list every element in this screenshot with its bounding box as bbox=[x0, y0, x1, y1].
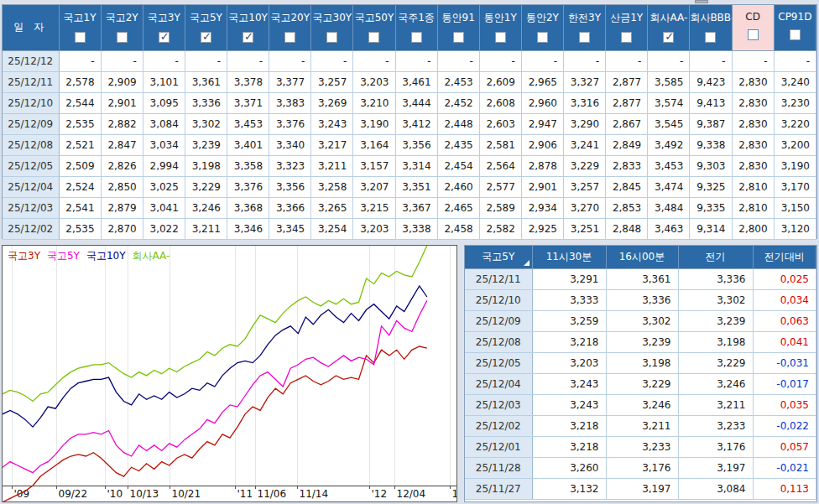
rate-cell: 2,524 bbox=[59, 176, 101, 197]
date-cell: 25/12/11 bbox=[3, 71, 59, 92]
rate-cell: 3,376 bbox=[227, 176, 269, 197]
series-checkbox-CD[interactable] bbox=[748, 29, 759, 40]
series-checkbox-회사BBB-[interactable] bbox=[705, 32, 716, 43]
series-checkbox-통안1Y[interactable] bbox=[495, 32, 506, 43]
quote-change-cell: -0,017 bbox=[753, 373, 816, 394]
rate-cell: 2,909 bbox=[101, 71, 143, 92]
quote-table-header-row: 국고5Y11시30분16시00분전기전기대비 bbox=[465, 246, 816, 268]
series-checkbox-회사AA-[interactable] bbox=[663, 32, 674, 43]
rate-cell: 2,847 bbox=[101, 134, 143, 155]
column-label: 국주1종 bbox=[398, 12, 435, 23]
rate-cell: 3,401 bbox=[227, 134, 269, 155]
rate-cell: 2,800 bbox=[732, 218, 774, 239]
quote-date-cell: 25/12/04 bbox=[465, 373, 532, 394]
rate-table-header-row: 일 자국고1Y국고2Y국고3Y국고5Y국고10Y국고20Y국고30Y국고50Y국… bbox=[3, 5, 816, 50]
rate-cell: 3,217 bbox=[311, 134, 353, 155]
quote-1600-cell: 3,197 bbox=[606, 478, 678, 499]
rate-cell: 2,581 bbox=[479, 134, 521, 155]
rate-cell: 2,830 bbox=[732, 155, 774, 176]
line-series-회사AA- bbox=[3, 246, 427, 402]
quote-1600-cell: 3,246 bbox=[606, 394, 678, 415]
rate-cell: 3,484 bbox=[648, 197, 690, 218]
rate-cell: 3,356 bbox=[269, 176, 311, 197]
rate-cell: 3,257 bbox=[564, 176, 606, 197]
column-header-통안91: 통안91 bbox=[437, 5, 479, 50]
column-header-통안2Y: 통안2Y bbox=[521, 5, 563, 50]
quote-row-25/11/28: 25/11/283,2603,1763,197-0,021 bbox=[465, 457, 816, 478]
rate-cell: 3,203 bbox=[353, 71, 395, 92]
quote-row-25/12/02: 25/12/023,2183,2113,233-0,022 bbox=[465, 415, 816, 436]
column-label: 국고5Y bbox=[190, 12, 222, 23]
line-series-국고10Y bbox=[3, 286, 427, 427]
quote-series-selector[interactable]: 국고5Y bbox=[465, 246, 532, 268]
rate-cell: - bbox=[227, 50, 269, 71]
x-tick-label: '12 bbox=[372, 488, 388, 500]
rate-row-25/12/08: 25/12/082,5212,8473,0343,2393,4013,3403,… bbox=[3, 134, 816, 155]
rate-cell: 3,290 bbox=[564, 113, 606, 134]
rate-cell: 2,849 bbox=[606, 134, 648, 155]
rate-cell: - bbox=[774, 50, 816, 71]
column-header-한전3Y: 한전3Y bbox=[564, 5, 606, 50]
quote-prev-cell: 3,246 bbox=[678, 373, 753, 394]
rate-cell: 9,314 bbox=[690, 218, 732, 239]
series-checkbox-국고1Y[interactable] bbox=[75, 32, 86, 43]
rate-cell: 2,541 bbox=[59, 197, 101, 218]
series-checkbox-국고20Y[interactable] bbox=[284, 32, 295, 43]
rate-cell: 3,120 bbox=[774, 218, 816, 239]
rate-cell: 2,965 bbox=[521, 71, 563, 92]
quote-prev-cell: 3,229 bbox=[678, 352, 753, 373]
rate-cell: 3,200 bbox=[774, 134, 816, 155]
column-label: CP91D bbox=[778, 11, 811, 23]
series-checkbox-국고30Y[interactable] bbox=[326, 32, 337, 43]
quote-prev-cell: 3,233 bbox=[678, 415, 753, 436]
splitter-grip[interactable] bbox=[695, 0, 708, 3]
rate-cell: 3,323 bbox=[269, 155, 311, 176]
quote-header-label: 16시00분 bbox=[619, 251, 665, 262]
rate-cell: 3,198 bbox=[185, 155, 227, 176]
column-header-국고50Y: 국고50Y bbox=[353, 5, 395, 50]
rate-cell: 2,810 bbox=[732, 176, 774, 197]
column-header-국주1종: 국주1종 bbox=[395, 5, 437, 50]
rate-cell: 2,879 bbox=[101, 197, 143, 218]
rate-cell: - bbox=[479, 50, 521, 71]
column-label: 한전3Y bbox=[568, 12, 601, 23]
legend-item-국고3Y: 국고3Y bbox=[8, 250, 40, 262]
rate-cell: 3,412 bbox=[395, 113, 437, 134]
rate-cell: 3,243 bbox=[311, 113, 353, 134]
quote-prev-cell: 3,198 bbox=[678, 331, 753, 352]
x-tick-label: 10/13 bbox=[130, 488, 159, 500]
series-checkbox-국고10Y[interactable] bbox=[243, 32, 253, 43]
quote-1130-cell: 3,243 bbox=[532, 373, 606, 394]
series-checkbox-국고5Y[interactable] bbox=[201, 32, 211, 43]
series-checkbox-국고2Y[interactable] bbox=[117, 32, 128, 43]
rate-row-25/12/12: 25/12/12------------------ bbox=[3, 50, 816, 71]
column-header-국고10Y: 국고10Y bbox=[227, 5, 269, 50]
quote-prev-cell: 3,211 bbox=[678, 394, 753, 415]
series-checkbox-산금1Y[interactable] bbox=[621, 32, 632, 43]
rate-cell: 9,413 bbox=[690, 92, 732, 113]
series-checkbox-국고3Y[interactable] bbox=[159, 32, 170, 43]
series-checkbox-CP91D[interactable] bbox=[790, 29, 801, 40]
rate-row-25/12/02: 25/12/022,5352,8703,0223,2113,3463,3453,… bbox=[3, 218, 816, 239]
rate-cell: 2,448 bbox=[437, 113, 479, 134]
rate-cell: 3,345 bbox=[269, 218, 311, 239]
series-checkbox-통안2Y[interactable] bbox=[537, 32, 548, 43]
rate-cell: - bbox=[185, 50, 227, 71]
rate-cell: 2,850 bbox=[101, 176, 143, 197]
rate-row-25/12/03: 25/12/032,5412,8793,0413,2463,3683,3663,… bbox=[3, 197, 816, 218]
series-checkbox-국주1종[interactable] bbox=[411, 32, 422, 43]
rate-cell: 3,336 bbox=[185, 92, 227, 113]
x-tick-label: '10 bbox=[107, 488, 123, 500]
series-checkbox-한전3Y[interactable] bbox=[579, 32, 590, 43]
rate-cell: 3,265 bbox=[311, 197, 353, 218]
rate-cell: 2,848 bbox=[606, 218, 648, 239]
rate-cell: 3,367 bbox=[395, 197, 437, 218]
rate-cell: 3,338 bbox=[395, 218, 437, 239]
column-header-국고20Y: 국고20Y bbox=[269, 5, 311, 50]
series-checkbox-국고50Y[interactable] bbox=[368, 32, 379, 43]
rate-cell: 2,452 bbox=[437, 92, 479, 113]
rate-cell: - bbox=[269, 50, 311, 71]
rate-cell: 3,361 bbox=[185, 71, 227, 92]
quote-1600-cell: 3,211 bbox=[606, 415, 678, 436]
series-checkbox-통안91[interactable] bbox=[453, 32, 464, 43]
